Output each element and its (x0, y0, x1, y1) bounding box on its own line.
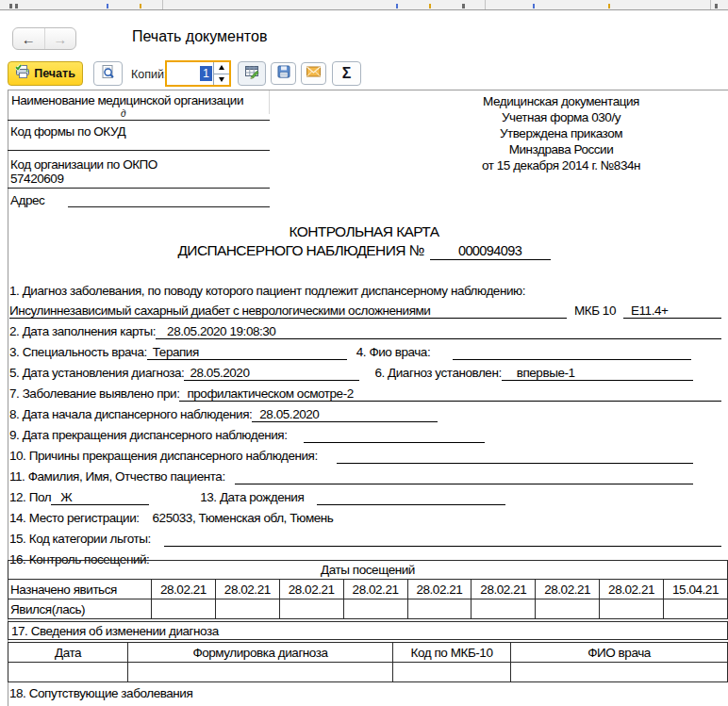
copies-value: 1 (200, 66, 212, 81)
item15-label: 15. Код категории льготы: (9, 532, 151, 546)
tab-remnant (533, 4, 535, 8)
approval-line: Утверждена приказом (396, 125, 726, 141)
diag-empty-cell (8, 663, 128, 682)
stepper-arrows (213, 62, 229, 85)
approval-line: Медицинская документация (396, 93, 726, 109)
item7-value: профилактическом осмотре-2 (179, 386, 721, 402)
envelope-icon (306, 65, 322, 82)
okpo-label: Код организации по ОКПО (10, 157, 157, 172)
form-rule (8, 150, 270, 151)
item3-value: Терапия (147, 345, 347, 360)
item4-blank (453, 345, 691, 360)
visit-actual-cell (600, 599, 664, 619)
page-title: Печать документов (132, 28, 267, 45)
form-title-line2-text: ДИСПАНСЕРНОГО НАБЛЮДЕНИЯ № (177, 242, 423, 258)
visit-date-cell: 28.02.21 (152, 580, 216, 599)
visit-actual-cell (536, 599, 600, 619)
item14-value: 625033, Тюменская обл, Тюмень (140, 511, 334, 525)
diag-col-wording: Формулировка диагноза (128, 643, 393, 663)
address-blank-line (68, 206, 270, 207)
tab-remnant (462, 4, 465, 8)
item2-value: 28.05.2020 19:08:30 (156, 324, 721, 339)
diagnosis-change-table: Дата Формулировка диагноза Код по МКБ-10… (8, 642, 728, 682)
visit-actual-cell (215, 599, 279, 619)
item4-label: 4. Фио врача: (356, 345, 430, 359)
approval-line: от 15 декабря 2014 г. №834н (396, 157, 726, 173)
form-approval-block: Медицинская документация Учетная форма 0… (396, 93, 726, 173)
save-button[interactable] (271, 62, 296, 85)
visit-actual-cell (152, 599, 216, 619)
item18-label: 18. Сопутствующие заболевания (9, 686, 192, 700)
copies-stepper[interactable]: 1 (165, 60, 231, 87)
visit-actual-cell (343, 599, 407, 619)
item1-mkb-value: Е11.4+ (623, 304, 721, 319)
item10-blank (337, 449, 693, 464)
item14-label: 14. Место регистрации: (9, 511, 140, 525)
item1-mkb-label: МКБ 10 (574, 304, 616, 318)
visits-caption: Даты посещений (8, 561, 728, 580)
item15-blank (164, 532, 721, 547)
visit-actual-cell (407, 599, 472, 619)
stepper-down-button[interactable] (214, 74, 229, 86)
item6-value: впервые-1 (502, 366, 693, 381)
arrow-up-icon (219, 65, 224, 70)
form-title-line2: ДИСПАНСЕРНОГО НАБЛЮДЕНИЯ №000094093 (0, 242, 728, 260)
approval-line: Минздрава России (396, 141, 726, 157)
printer-icon (15, 64, 30, 83)
arrow-down-icon (219, 77, 224, 82)
form-rule (8, 188, 270, 189)
email-button[interactable] (301, 62, 326, 85)
tab-remnant (9, 4, 12, 8)
tab-separator (485, 0, 486, 9)
visit-actual-cell (279, 599, 343, 619)
item13-blank (317, 490, 505, 505)
item8-value: 28.05.2020 (252, 407, 438, 422)
preview-button[interactable] (93, 61, 123, 86)
item5-label: 5. Дата установления диагноза: (9, 366, 184, 380)
form-rule (8, 120, 270, 121)
visit-actual-cell (664, 599, 728, 619)
history-nav: ← → (12, 27, 76, 50)
address-label: Адрес (10, 193, 44, 207)
item13-label: 13. Дата рождения (200, 490, 304, 504)
diag-col-doctor: ФИО врача (511, 643, 728, 663)
visit-date-cell: 15.04.21 (664, 580, 728, 599)
forward-arrow-icon[interactable]: → (45, 28, 76, 49)
visit-date-cell: 28.02.21 (472, 580, 536, 599)
item1-value: Инсулиннезависимый сахарный диабет с нев… (9, 304, 567, 319)
item7-label: 7. Заболевание выявлено при: (9, 386, 179, 401)
item5-value: 28.05.2020 (184, 366, 359, 381)
tab-remnant (15, 4, 18, 8)
approval-line: Учетная форма 030/у (396, 109, 726, 125)
table-edit-icon (244, 64, 260, 83)
org-name-label: Наименование медицинской организации (11, 93, 243, 107)
item2-label: 2. Дата заполнения карты: (9, 324, 156, 338)
okpo-value: 57420609 (10, 172, 63, 186)
tab-remnant (608, 4, 610, 8)
floppy-disk-icon (276, 64, 291, 83)
copies-input[interactable]: 1 (167, 62, 213, 85)
print-button[interactable]: Печать (8, 61, 83, 86)
tab-separator (710, 0, 711, 9)
item9-blank (304, 428, 485, 443)
stepper-up-button[interactable] (214, 62, 229, 74)
visits-row1-label: Назначено явиться (8, 580, 152, 599)
diag-empty-cell (511, 663, 728, 682)
clipped-tab-strip (0, 0, 728, 10)
visit-date-cell: 28.02.21 (279, 580, 343, 599)
item9-label: 9. Дата прекращения диспансерного наблюд… (9, 428, 287, 442)
visits-row2-label: Явился(лась) (8, 599, 152, 619)
visit-date-cell: 28.02.21 (407, 580, 472, 599)
copies-label: Копий: (131, 68, 167, 81)
visit-actual-cell (472, 599, 536, 619)
tab-separator (162, 0, 163, 9)
visit-date-cell: 28.02.21 (343, 580, 407, 599)
back-arrow-icon[interactable]: ← (13, 28, 45, 49)
diag-empty-cell (393, 663, 511, 682)
tab-remnant (396, 4, 398, 8)
item12-label: 12. Пол (9, 490, 51, 504)
sum-button[interactable]: Σ (332, 61, 361, 86)
table-settings-button[interactable] (238, 61, 266, 86)
tab-remnant (715, 4, 718, 8)
form-title-line1: КОНТРОЛЬНАЯ КАРТА (0, 223, 728, 240)
